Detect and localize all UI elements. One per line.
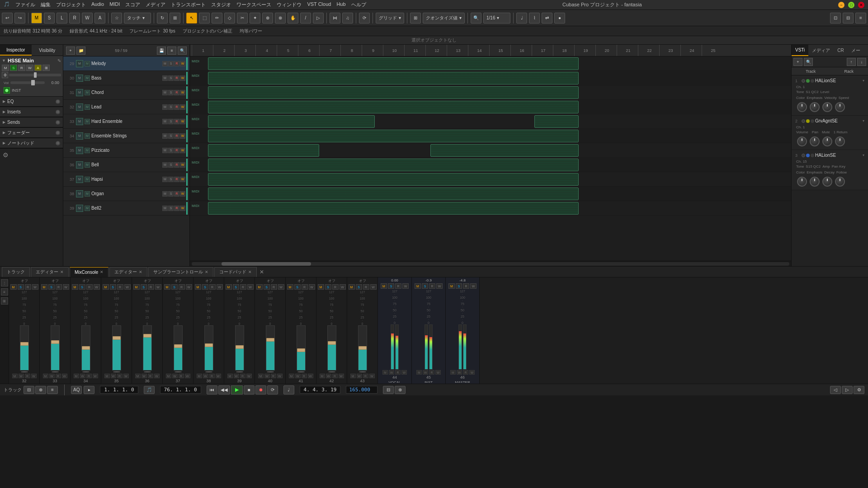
transport-stop-btn[interactable]: ■ <box>244 385 255 394</box>
mix-solo-14[interactable]: S <box>456 283 462 289</box>
track-ctrl-3[interactable]: ≡ <box>47 386 58 394</box>
vsti-2-knob-1[interactable] <box>797 136 807 146</box>
mix-mwrw-w-10[interactable]: W <box>326 374 331 378</box>
mix-mwrw-m-1[interactable]: M <box>43 374 48 378</box>
mix-mwrw-r-6[interactable]: R <box>209 374 215 378</box>
mix-mwrw-w2-4[interactable]: W <box>154 374 160 378</box>
track-solo-6[interactable]: S <box>168 148 174 153</box>
track-write-7[interactable]: W <box>180 162 185 168</box>
zoom-tool-button[interactable]: ⊕ <box>262 13 273 23</box>
menu-hub[interactable]: Hub <box>336 1 345 8</box>
grid-dropdown[interactable]: グリッド ▾ <box>376 13 404 23</box>
mix-mwrw-w-12[interactable]: W <box>389 370 394 375</box>
menu-file[interactable]: ファイル <box>15 1 35 8</box>
mix-read-5[interactable]: R <box>179 284 185 290</box>
track-rec-2[interactable]: R <box>174 90 179 95</box>
track-row-hapsi[interactable]: 37 M M Hapsi M S R W <box>63 172 189 187</box>
mix-mute-7[interactable]: M <box>226 284 232 290</box>
tab-visibility[interactable]: Visibility <box>32 45 63 56</box>
mix-mwrw-r-4[interactable]: R <box>148 374 153 378</box>
mix-mwrw-r-13[interactable]: R <box>429 370 434 375</box>
mix-mwrw-w2-13[interactable]: W <box>435 370 441 375</box>
range-tool-button[interactable]: ⬚ <box>199 13 210 23</box>
inspector-fader-header[interactable]: ▶ フェーダー ⊟ <box>0 128 63 138</box>
mix-solo-0[interactable]: S <box>18 284 24 290</box>
mode-l-button[interactable]: L <box>57 13 67 23</box>
track-list-btn[interactable]: ≡ <box>167 47 176 55</box>
undo-button[interactable]: ↩ <box>2 13 13 23</box>
mix-read-10[interactable]: R <box>332 284 339 290</box>
mix-mute-1[interactable]: M <box>41 284 47 290</box>
inspector-solo-btn[interactable]: S <box>10 65 17 71</box>
mix-mwrw-r-0[interactable]: R <box>25 374 30 378</box>
mix-mwrw-m-3[interactable]: M <box>104 374 110 378</box>
mix-mwrw-r-12[interactable]: R <box>395 370 401 375</box>
mix-mwrw-w2-0[interactable]: W <box>31 374 37 378</box>
mix-mwrw-m-8[interactable]: M <box>258 374 264 378</box>
inspector-edit-icon[interactable]: ✎ <box>57 58 61 63</box>
bottom-tab-sampler[interactable]: サンプラーコントロール ✕ <box>148 267 213 277</box>
mix-pan-3[interactable] <box>113 371 120 372</box>
track-rec-7[interactable]: R <box>174 162 179 168</box>
close-bottom-section-icon[interactable]: ✕ <box>259 269 264 275</box>
vsti-1-power-btn[interactable] <box>802 79 805 83</box>
tempo-track-button[interactable]: ⌇ <box>529 13 540 23</box>
mix-mute-6[interactable]: M <box>195 284 201 290</box>
mix-fader-4[interactable] <box>143 325 152 371</box>
loop-button[interactable]: ⟳ <box>359 13 370 23</box>
inspector-notepad-header[interactable]: ▶ ノートパッド ⊟ <box>0 138 63 148</box>
mix-write-0[interactable]: W <box>32 284 38 290</box>
mix-fader-9[interactable] <box>297 325 306 371</box>
mix-solo-10[interactable]: S <box>325 284 331 290</box>
midi-block-1-0[interactable] <box>208 72 579 84</box>
mix-mwrw-w-13[interactable]: W <box>423 370 428 375</box>
quantize-dropdown[interactable]: クオンタイズ値 ▾ <box>423 13 465 23</box>
vsti-tab-meter[interactable]: メー <box>848 45 864 56</box>
minimize-button[interactable]: − <box>838 2 844 8</box>
bottom-tab-editor1-close[interactable]: ✕ <box>60 270 64 274</box>
track-ctrl-1[interactable]: ⊟ <box>24 386 34 394</box>
mix-mwrw-m-11[interactable]: M <box>350 374 356 378</box>
transport-to-start-btn[interactable]: ⏮ <box>207 385 217 394</box>
redo-button[interactable]: ↪ <box>14 13 25 23</box>
mix-solo-11[interactable]: S <box>356 284 362 290</box>
mix-mute-5[interactable]: M <box>164 284 170 290</box>
mix-mwrw-r-1[interactable]: R <box>56 374 61 378</box>
cycle-button[interactable]: ↻ <box>157 13 168 23</box>
touch-dropdown[interactable]: タッチ ▾ <box>124 13 151 23</box>
mode-r-button[interactable]: R <box>69 13 80 23</box>
mix-mwrw-w2-12[interactable]: W <box>401 370 407 375</box>
mix-fader-10[interactable] <box>327 325 336 371</box>
menu-score[interactable]: スコア <box>125 1 140 8</box>
track-mute-6[interactable]: M <box>162 148 168 153</box>
mix-solo-6[interactable]: S <box>202 284 208 290</box>
transport-loop-btn[interactable]: ⟳ <box>267 385 278 394</box>
mix-write-1[interactable]: W <box>63 284 69 290</box>
maximize-button[interactable]: □ <box>848 2 854 8</box>
mix-fader-0[interactable] <box>20 325 29 371</box>
glue-tool-button[interactable]: ✦ <box>250 13 260 23</box>
track-rec-8[interactable]: R <box>174 177 179 182</box>
arrange-horizontal-scrollbar[interactable] <box>190 261 791 266</box>
mix-fader-8[interactable] <box>266 325 275 371</box>
track-row-chord[interactable]: 31 M M Chord M S R W <box>63 85 189 100</box>
mix-mwrw-w-11[interactable]: W <box>357 374 362 378</box>
midi-block-6-1[interactable] <box>430 144 579 157</box>
menu-window[interactable]: ウィンドウ <box>277 1 302 8</box>
track-row-bell[interactable]: 36 M M Bell M S R W <box>63 158 189 172</box>
mix-mwrw-w2-10[interactable]: W <box>339 374 344 378</box>
mix-pan-9[interactable] <box>297 371 305 372</box>
vsti-3-knob-3[interactable] <box>822 177 832 187</box>
mix-mwrw-m-14[interactable]: M <box>450 370 456 375</box>
track-write-1[interactable]: W <box>180 75 185 81</box>
track-mute-7[interactable]: M <box>162 162 168 168</box>
mix-mwrw-w-8[interactable]: W <box>264 374 270 378</box>
mix-pan-7[interactable] <box>236 371 243 372</box>
aq-button[interactable]: AQ <box>71 386 82 394</box>
bottom-tab-editor2-close[interactable]: ✕ <box>139 270 142 274</box>
vsti-tab-media[interactable]: メディア <box>808 45 834 56</box>
mix-mute-11[interactable]: M <box>349 284 355 290</box>
mix-fader-1[interactable] <box>51 325 60 371</box>
bottom-tab-mixconsole[interactable]: MixConsole ✕ <box>70 267 108 277</box>
mix-mute-3[interactable]: M <box>103 284 109 290</box>
